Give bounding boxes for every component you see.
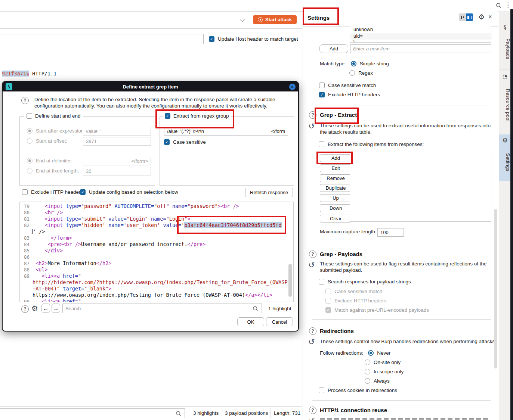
exclude-headers-checkbox[interactable] — [319, 92, 325, 97]
start-end-checkbox[interactable] — [27, 113, 32, 119]
case-sensitive-checkbox[interactable] — [319, 83, 325, 88]
extract-remove-button[interactable]: Remove — [320, 174, 352, 182]
start-expression-radio[interactable] — [27, 128, 33, 134]
extract-down-button[interactable]: Down — [320, 204, 352, 212]
settings-panel: Settings ⚙ × unknown uid= \ Add Enter a … — [303, 11, 498, 420]
dialog-titlebar[interactable]: ϟ Define extract grep item × — [3, 82, 298, 91]
update-config-label: Update config based on selection below — [89, 189, 178, 195]
update-config-checkbox[interactable] — [80, 189, 86, 195]
redirections-help-icon[interactable] — [309, 327, 316, 335]
grep-payloads-reset-icon[interactable]: ↺ — [308, 261, 315, 269]
highlights-count: 3 highlights — [193, 410, 219, 416]
panel-gear-icon[interactable]: ⚙ — [478, 13, 485, 21]
gp-match-pre-checkbox[interactable] — [325, 307, 331, 313]
http1-title: HTTP/1 connection reuse — [320, 407, 387, 413]
target-host-input[interactable] — [0, 34, 204, 44]
extract-items-checkbox[interactable] — [319, 141, 324, 147]
regex-group-checkbox[interactable] — [165, 113, 170, 119]
redirect-always-radio[interactable] — [365, 378, 370, 384]
request-editor-line[interactable]: 921f3a71§ HTTP/1.1 — [2, 71, 56, 77]
match-regex-radio[interactable] — [349, 70, 355, 76]
ok-button[interactable]: OK — [237, 317, 264, 326]
panel-layout-toggle[interactable] — [459, 13, 473, 21]
regex-input[interactable]: /alue='(.*?)' />\r\n </form — [164, 127, 288, 136]
extract-duplicate-button[interactable]: Duplicate — [320, 184, 352, 192]
response-code-viewer[interactable]: 79 <input type="password" AUTOCOMPLETE="… — [19, 202, 294, 302]
grep-extract-reset-icon[interactable]: ↺ — [308, 122, 315, 130]
gp-exclude-headers-checkbox[interactable] — [325, 298, 331, 304]
next-match-button[interactable]: → — [52, 304, 60, 313]
cancel-button[interactable]: Cancel — [266, 317, 293, 326]
redirect-onsite-radio[interactable] — [365, 360, 370, 365]
extract-edit-button[interactable]: Edit — [320, 164, 352, 172]
dialog-help-icon[interactable] — [21, 97, 29, 104]
grep-extract-help-icon[interactable] — [309, 111, 316, 119]
http1-reset-icon[interactable]: ↺ — [308, 417, 315, 420]
grep-match-list[interactable]: unknown uid= \ — [350, 26, 491, 43]
prev-match-button[interactable]: ← — [41, 304, 50, 313]
process-cookies-checkbox[interactable] — [319, 388, 324, 393]
search-help-icon[interactable] — [21, 305, 29, 313]
redirections-reset-icon[interactable]: ↺ — [308, 338, 315, 346]
tab-resource-pool[interactable]: Resource pool — [499, 84, 511, 126]
dialog-search-input[interactable]: Search — [62, 304, 262, 313]
dialog-exclude-headers-row: Exclude HTTP headers — [22, 189, 83, 195]
list-item[interactable]: uid= — [350, 33, 491, 40]
end-delimiter-radio[interactable] — [27, 158, 33, 164]
max-capture-input[interactable]: 100 — [377, 228, 404, 237]
search-responses-label: Search responses for payload strings — [328, 279, 411, 284]
grep-payloads-help-icon[interactable] — [309, 251, 316, 258]
http1-help-icon[interactable] — [309, 407, 316, 414]
list-item-partial[interactable]: \ — [350, 40, 491, 42]
settings-panel-title: Settings — [308, 15, 330, 21]
refetch-response-button[interactable]: Refetch response — [245, 188, 293, 197]
layout-split-icon[interactable] — [466, 13, 473, 21]
search-responses-checkbox[interactable] — [319, 279, 324, 284]
update-host-checkbox[interactable] — [209, 36, 214, 42]
new-item-input[interactable]: Enter a new item — [350, 44, 491, 53]
code-lines: 79 <input type="password" AUTOCOMPLETE="… — [20, 203, 293, 302]
panel-close-icon[interactable]: × — [488, 13, 492, 20]
extract-clear-button[interactable]: Clear — [320, 215, 352, 223]
start-offset-input[interactable]: 3871 — [83, 137, 151, 146]
bottom-search-icon[interactable] — [175, 410, 182, 418]
layout-inline-icon[interactable] — [459, 13, 466, 21]
start-expression-input[interactable]: value=' — [83, 127, 151, 136]
dialog-title: Define extract grep item — [3, 84, 298, 90]
match-add-button[interactable]: Add — [319, 44, 348, 53]
update-config-row: Update config based on selection below — [80, 189, 178, 195]
start-offset-radio[interactable] — [27, 138, 33, 144]
extract-add-button[interactable]: Add — [320, 154, 352, 162]
list-item[interactable]: unknown — [350, 26, 491, 33]
collapsed-panel-strip[interactable] — [510, 9, 513, 420]
end-delimiter-label: End at delimiter: — [36, 158, 72, 164]
end-delimiter-input[interactable]: </form> — [83, 157, 151, 165]
redirect-always-label: Always — [374, 378, 390, 384]
extract-up-button[interactable]: Up — [320, 194, 352, 202]
attack-config-dropdown[interactable] — [0, 15, 248, 24]
start-attack-button[interactable]: Start attack — [253, 15, 297, 24]
dialog-case-sensitive-checkbox[interactable] — [164, 139, 170, 145]
code-scrollbar[interactable] — [288, 264, 292, 297]
bottom-search-input[interactable] — [0, 408, 185, 418]
match-simple-radio[interactable] — [351, 61, 356, 66]
global-search-icon[interactable] — [495, 2, 502, 10]
tab-payloads[interactable]: Payloads — [499, 34, 511, 64]
gp-case-sensitive-checkbox[interactable] — [325, 289, 331, 294]
search-gear-icon[interactable]: ⚙ — [31, 304, 38, 313]
more-menu-icon[interactable]: ⋮ — [505, 1, 511, 9]
redirect-inscope-radio[interactable] — [365, 369, 370, 374]
grep-payloads-description: These settings can be used to flag resul… — [320, 261, 495, 273]
end-length-input[interactable]: 32 — [83, 167, 151, 175]
tab-settings[interactable]: Settings — [499, 147, 511, 178]
start-attack-label: Start attack — [265, 17, 292, 22]
redirect-never-radio[interactable] — [368, 350, 374, 356]
dialog-close-icon[interactable]: × — [289, 84, 296, 90]
dialog-exclude-headers-checkbox[interactable] — [22, 189, 28, 195]
process-cookies-row: Process cookies in redirections — [319, 388, 397, 393]
regex-group-legend: Extract from regex group — [163, 113, 231, 119]
extract-items-list[interactable] — [350, 154, 491, 222]
end-length-radio[interactable] — [27, 168, 33, 174]
match-regex-row: Regex — [349, 70, 373, 76]
settings-scrollbar[interactable] — [494, 209, 497, 368]
